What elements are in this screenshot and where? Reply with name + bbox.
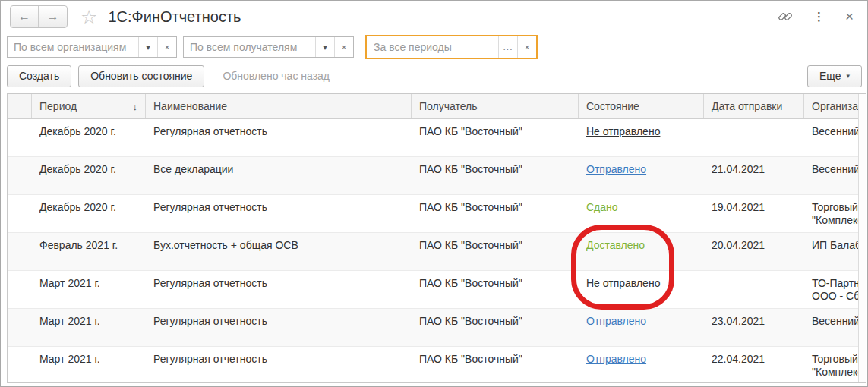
name-cell: Регулярная отчетность (146, 309, 412, 327)
table-row[interactable]: Март 2021 г. Регулярная отчетность ПАО К… (8, 309, 859, 347)
organization-cell: Торговый"Комплекс (804, 195, 859, 227)
name-cell: Регулярная отчетность (146, 271, 412, 289)
forward-button[interactable]: → (39, 6, 67, 27)
table-row[interactable]: Февраль 2021 г. Бух.отчетность + общая О… (8, 233, 859, 271)
vertical-scrollbar[interactable] (858, 94, 866, 382)
recipient-cell: ПАО КБ "Восточный" (412, 157, 579, 175)
back-button[interactable]: ← (11, 6, 39, 27)
clear-filter-icon[interactable]: × (157, 37, 176, 57)
report-list-grid: Период ↓ Наименование Получатель Состоян… (7, 93, 866, 383)
top-bar-actions: ⋮ × (778, 8, 867, 25)
organization-cell: Торговый"Комплекс (804, 347, 859, 379)
organization-cell: Весенний (804, 119, 859, 138)
filter-bar: По всем организациям ▾ × По всем получат… (7, 34, 861, 60)
period-cell: Март 2021 г. (32, 309, 146, 327)
sent-date-cell: 19.04.2021 (704, 195, 804, 213)
column-header-status[interactable]: Состояние (579, 94, 704, 118)
nav-button-group: ← → (10, 5, 68, 28)
back-arrow-icon: ← (18, 10, 30, 24)
column-header-period[interactable]: Период ↓ (32, 94, 146, 118)
create-button[interactable]: Создать (7, 65, 71, 87)
app-window: ← → ☆ 1С:ФинОтчетность ⋮ × По всем орган… (0, 0, 868, 387)
sent-date-cell: 23.04.2021 (704, 309, 804, 327)
sent-date-cell (704, 119, 804, 125)
table-header-row: Период ↓ Наименование Получатель Состоян… (8, 94, 859, 119)
column-header-name[interactable]: Наименование (146, 94, 412, 118)
sent-date-cell: 20.04.2021 (704, 233, 804, 251)
period-filter-input[interactable]: За все периоды ... × (365, 35, 538, 59)
name-cell: Все декларации (146, 157, 412, 175)
sent-date-cell (704, 271, 804, 277)
top-bar: ← → ☆ 1С:ФинОтчетность ⋮ × (1, 1, 867, 33)
sort-descending-icon: ↓ (128, 101, 138, 112)
recipient-cell: ПАО КБ "Восточный" (412, 271, 579, 289)
period-cell: Март 2021 г. (32, 347, 146, 365)
recipient-cell: ПАО КБ "Восточный" (412, 347, 579, 365)
column-header-row-marker (8, 94, 32, 118)
command-bar: Создать Обновить состояние Обновлено час… (7, 63, 862, 89)
refresh-state-button[interactable]: Обновить состояние (78, 65, 204, 87)
status-link[interactable]: Отправлено (586, 163, 646, 175)
name-cell: Регулярная отчетность (146, 347, 412, 365)
organization-cell: ИП Балаб (804, 233, 859, 252)
recipient-cell: ПАО КБ "Восточный" (412, 119, 579, 137)
column-header-sent-date[interactable]: Дата отправки (704, 94, 804, 118)
status-link[interactable]: Не отправлено (586, 277, 660, 289)
column-header-organization[interactable]: Организация (804, 94, 859, 118)
name-cell: Регулярная отчетность (146, 119, 412, 137)
chevron-down-icon[interactable]: ▾ (138, 37, 157, 57)
organization-cell: Весенний (804, 157, 859, 176)
table-row[interactable]: Март 2021 г. Регулярная отчетность ПАО К… (8, 347, 859, 382)
organization-filter-value[interactable]: По всем организациям (8, 41, 138, 53)
sent-date-cell: 22.04.2021 (704, 347, 804, 365)
more-actions-button[interactable]: Еще ▾ (807, 65, 862, 87)
page-title: 1С:ФинОтчетность (108, 8, 241, 26)
clear-filter-icon[interactable]: × (517, 36, 536, 58)
table-body: Декабрь 2020 г. Регулярная отчетность ПА… (8, 119, 859, 382)
recipient-filter-value[interactable]: По всем получателям (184, 41, 315, 53)
forward-arrow-icon: → (47, 10, 59, 24)
organization-cell: ТО-ПартнеООО - Сб (804, 271, 859, 303)
column-header-recipient[interactable]: Получатель (412, 94, 579, 118)
organization-cell: Весенний (804, 309, 859, 328)
more-actions-label: Еще (819, 70, 841, 82)
table-row[interactable]: Декабрь 2020 г. Все декларации ПАО КБ "В… (8, 157, 859, 195)
last-updated-text: Обновлено час назад (223, 70, 330, 82)
status-link[interactable]: Сдано (586, 201, 618, 213)
sent-date-cell: 21.04.2021 (704, 157, 804, 175)
organization-filter-combobox[interactable]: По всем организациям ▾ × (7, 36, 177, 58)
get-link-icon[interactable] (778, 9, 793, 24)
status-link[interactable]: Доставлено (586, 239, 645, 251)
favorite-star-icon[interactable]: ☆ (80, 8, 97, 27)
grid-inner: Период ↓ Наименование Получатель Состоян… (8, 94, 859, 382)
status-link[interactable]: Не отправлено (586, 125, 660, 137)
table-row[interactable]: Декабрь 2020 г. Регулярная отчетность ПА… (8, 195, 859, 233)
chevron-down-icon: ▾ (846, 72, 850, 80)
period-cell: Февраль 2021 г. (32, 233, 146, 251)
period-cell: Декабрь 2020 г. (32, 119, 146, 137)
more-menu-kebab-icon[interactable]: ⋮ (813, 10, 825, 24)
recipient-cell: ПАО КБ "Восточный" (412, 195, 579, 213)
name-cell: Бух.отчетность + общая ОСВ (146, 233, 412, 251)
choose-period-ellipsis-button[interactable]: ... (498, 36, 517, 58)
period-cell: Декабрь 2020 г. (32, 157, 146, 175)
column-header-period-label: Период (39, 100, 77, 112)
recipient-filter-combobox[interactable]: По всем получателям ▾ × (183, 36, 354, 58)
period-filter-value[interactable]: За все периоды (371, 41, 498, 53)
table-row[interactable]: Март 2021 г. Регулярная отчетность ПАО К… (8, 271, 859, 309)
recipient-cell: ПАО КБ "Восточный" (412, 309, 579, 327)
table-row[interactable]: Декабрь 2020 г. Регулярная отчетность ПА… (8, 119, 859, 157)
chevron-down-icon[interactable]: ▾ (315, 37, 334, 57)
period-cell: Декабрь 2020 г. (32, 195, 146, 213)
recipient-cell: ПАО КБ "Восточный" (412, 233, 579, 251)
status-link[interactable]: Отправлено (586, 315, 646, 327)
status-link[interactable]: Отправлено (586, 353, 646, 365)
name-cell: Регулярная отчетность (146, 195, 412, 213)
close-icon[interactable]: × (845, 8, 854, 25)
clear-filter-icon[interactable]: × (334, 37, 353, 57)
period-cell: Март 2021 г. (32, 271, 146, 289)
